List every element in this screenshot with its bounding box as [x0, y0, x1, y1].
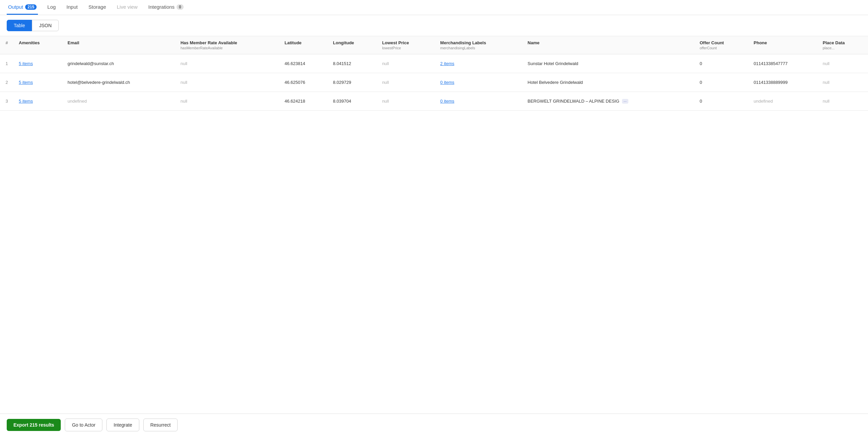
json-view-button[interactable]: JSON: [32, 20, 58, 31]
row-number: 2: [0, 73, 13, 92]
col-header-offer-count-sublabel: offerCount: [700, 46, 743, 50]
tab-liveview: Live view: [116, 0, 139, 15]
tab-output-badge: 215: [25, 4, 37, 10]
table-cell: undefined: [62, 92, 175, 111]
tab-liveview-label: Live view: [117, 4, 137, 10]
table-cell: null: [817, 73, 868, 92]
data-table: # Amenities Email Has Member Rate Availa…: [0, 36, 868, 111]
col-header-offer-count: Offer Count offerCount: [694, 36, 748, 54]
items-link[interactable]: 5 items: [19, 99, 33, 104]
tab-input[interactable]: Input: [65, 0, 79, 15]
col-header-num: #: [0, 36, 13, 54]
col-header-merchandising-labels-sublabel: merchandisingLabels: [440, 46, 517, 50]
table-cell: null: [817, 54, 868, 73]
items-link[interactable]: 0 items: [440, 99, 455, 104]
table-cell: null: [377, 73, 435, 92]
table-cell: 0: [694, 92, 748, 111]
null-value: null: [823, 80, 829, 85]
tab-integrations-label: Integrations: [148, 4, 175, 10]
col-header-has-member-rate-sublabel: hasMemberRateAvailable: [181, 46, 274, 50]
undefined-value: undefined: [67, 99, 87, 104]
table-cell: grindelwald@sunstar.ch: [62, 54, 175, 73]
col-header-phone: Phone: [748, 36, 817, 54]
truncate-badge: ···: [622, 99, 628, 104]
col-header-name: Name: [522, 36, 694, 54]
data-table-wrapper: # Amenities Email Has Member Rate Availa…: [0, 36, 868, 111]
table-cell: 01141338547777: [748, 54, 817, 73]
col-header-longitude: Longitude: [328, 36, 377, 54]
table-cell[interactable]: 0 items: [435, 73, 522, 92]
table-cell: 46.623814: [279, 54, 328, 73]
table-cell: 0: [694, 54, 748, 73]
items-link[interactable]: 2 items: [440, 61, 455, 66]
table-cell[interactable]: 5 items: [13, 92, 62, 111]
tab-log[interactable]: Log: [46, 0, 57, 15]
table-cell: 8.041512: [328, 54, 377, 73]
col-header-amenities: Amenities: [13, 36, 62, 54]
table-cell: null: [175, 92, 279, 111]
tab-log-label: Log: [47, 4, 56, 10]
col-header-place-data: Place Data place...: [817, 36, 868, 54]
tab-integrations[interactable]: Integrations 0: [147, 0, 185, 15]
view-toggle: Table JSON: [0, 15, 868, 36]
row-number: 1: [0, 54, 13, 73]
table-row: 35 itemsundefinednull46.6242188.039704nu…: [0, 92, 868, 111]
items-link[interactable]: 5 items: [19, 80, 33, 85]
null-value: null: [181, 61, 187, 66]
null-value: null: [382, 61, 389, 66]
col-header-place-data-sublabel: place...: [823, 46, 863, 50]
table-cell[interactable]: 0 items: [435, 92, 522, 111]
items-link[interactable]: 5 items: [19, 61, 33, 66]
table-cell: hotel@belvedere-grindelwald.ch: [62, 73, 175, 92]
table-row: 15 itemsgrindelwald@sunstar.chnull46.623…: [0, 54, 868, 73]
col-header-latitude: Latitude: [279, 36, 328, 54]
table-cell: 8.029729: [328, 73, 377, 92]
table-view-button[interactable]: Table: [7, 20, 32, 31]
tab-storage-label: Storage: [88, 4, 106, 10]
null-value: null: [181, 99, 187, 104]
tab-input-label: Input: [66, 4, 78, 10]
table-cell: 8.039704: [328, 92, 377, 111]
items-link[interactable]: 0 items: [440, 80, 455, 85]
table-cell: 01141338889999: [748, 73, 817, 92]
col-header-has-member-rate: Has Member Rate Available hasMemberRateA…: [175, 36, 279, 54]
undefined-value: undefined: [753, 99, 773, 104]
table-cell: null: [377, 54, 435, 73]
table-cell[interactable]: 2 items: [435, 54, 522, 73]
null-value: null: [382, 80, 389, 85]
table-cell: null: [175, 54, 279, 73]
table-cell: BERGWELT GRINDELWALD – ALPINE DESIG ···: [522, 92, 694, 111]
col-header-email: Email: [62, 36, 175, 54]
tab-output[interactable]: Output 215: [7, 0, 38, 15]
table-cell: Sunstar Hotel Grindelwald: [522, 54, 694, 73]
col-header-lowest-price: Lowest Price lowestPrice: [377, 36, 435, 54]
null-value: null: [382, 99, 389, 104]
table-cell: Hotel Belvedere Grindelwald: [522, 73, 694, 92]
table-cell[interactable]: 5 items: [13, 54, 62, 73]
table-cell: undefined: [748, 92, 817, 111]
table-cell[interactable]: 5 items: [13, 73, 62, 92]
tab-integrations-badge: 0: [177, 4, 184, 10]
table-cell: 0: [694, 73, 748, 92]
col-header-lowest-price-sublabel: lowestPrice: [382, 46, 429, 50]
row-number: 3: [0, 92, 13, 111]
table-cell: null: [175, 73, 279, 92]
top-tabs: Output 215 Log Input Storage Live view I…: [0, 0, 868, 15]
null-value: null: [823, 61, 829, 66]
tab-output-label: Output: [8, 4, 23, 10]
col-header-merchandising-labels: Merchandising Labels merchandisingLabels: [435, 36, 522, 54]
table-cell: 46.625076: [279, 73, 328, 92]
table-cell: null: [817, 92, 868, 111]
tab-storage[interactable]: Storage: [87, 0, 107, 15]
null-value: null: [823, 99, 829, 104]
null-value: null: [181, 80, 187, 85]
table-row: 25 itemshotel@belvedere-grindelwald.chnu…: [0, 73, 868, 92]
table-cell: 46.624218: [279, 92, 328, 111]
table-header-row: # Amenities Email Has Member Rate Availa…: [0, 36, 868, 54]
table-cell: null: [377, 92, 435, 111]
